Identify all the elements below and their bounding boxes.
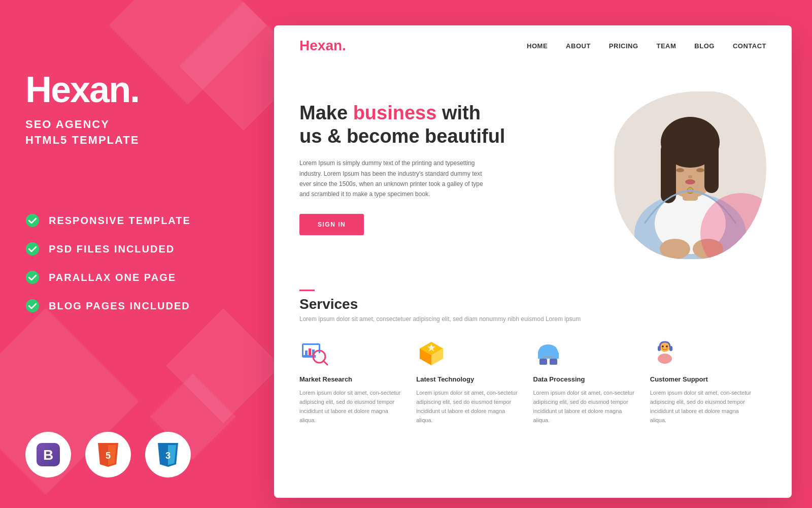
nav-about[interactable]: ABOUT xyxy=(566,42,591,50)
check-icon xyxy=(25,242,40,256)
svg-rect-43 xyxy=(538,353,559,359)
svg-text:5: 5 xyxy=(106,451,111,461)
feature-blog-label: BLOG PAGES INCLUDED xyxy=(49,300,190,312)
svg-point-3 xyxy=(26,299,39,312)
site-nav: HOME ABOUT PRICING TEAM BLOG CONTACT xyxy=(527,42,766,50)
services-title: Services xyxy=(299,296,766,312)
svg-point-33 xyxy=(316,353,323,360)
svg-point-0 xyxy=(26,214,39,227)
brand-dot: . xyxy=(130,69,139,110)
hero-highlight: business xyxy=(353,102,437,123)
hero-description: Lorem Ipsum is simply dummy text of the … xyxy=(299,158,492,200)
svg-point-22 xyxy=(688,175,692,178)
services-section: Services Lorem ipsum dolor sit amet, con… xyxy=(274,269,792,440)
css3-icon: 3 xyxy=(155,442,181,467)
left-subtitle: SEO AGENCY HTML5 TEMPLATE xyxy=(25,117,139,148)
customer-support-icon xyxy=(650,338,681,368)
svg-point-20 xyxy=(676,168,684,172)
svg-rect-30 xyxy=(309,348,311,355)
feature-blog: BLOG PAGES INCLUDED xyxy=(25,299,191,313)
svg-rect-19 xyxy=(704,142,719,193)
feature-responsive-label: RESPONSIVE TEMPLATE xyxy=(49,215,191,227)
logo-black-text: Hex xyxy=(299,38,325,53)
nav-pricing[interactable]: PRICING xyxy=(609,42,638,50)
service-latest-technology-desc: Lorem ipsum dolor sit amet, con-sectetur… xyxy=(416,388,522,425)
service-card-market-research: Market Research Lorem ipsum dolor sit am… xyxy=(299,338,416,425)
logo-dot: . xyxy=(342,38,346,53)
check-icon xyxy=(25,270,40,284)
site-header: Hexan. HOME ABOUT PRICING TEAM BLOG CONT… xyxy=(274,25,792,66)
feature-parallax: PARALLAX ONE PAGE xyxy=(25,270,191,284)
svg-rect-52 xyxy=(669,346,672,351)
market-research-icon xyxy=(299,338,330,368)
service-card-latest-technology: Latest Technology Lorem ipsum dolor sit … xyxy=(416,338,533,425)
service-customer-support-name: Customer Support xyxy=(650,375,756,383)
nav-contact[interactable]: CONTACT xyxy=(733,42,766,50)
tech-icons: B 5 3 xyxy=(25,432,191,478)
svg-point-50 xyxy=(658,354,672,364)
feature-psd-label: PSD FILES INCLUDED xyxy=(49,243,175,255)
svg-rect-45 xyxy=(550,359,557,365)
svg-rect-29 xyxy=(305,351,308,355)
section-accent-line xyxy=(299,290,315,291)
website-preview: Hexan. HOME ABOUT PRICING TEAM BLOG CONT… xyxy=(274,25,792,498)
service-data-processing-desc: Lorem ipsum dolor sit amet, con-sectetur… xyxy=(533,388,639,425)
sign-in-button[interactable]: SIGN IN xyxy=(299,214,364,235)
feature-responsive: RESPONSIVE TEMPLATE xyxy=(25,213,191,228)
left-panel: Hexan. SEO AGENCY HTML5 TEMPLATE RESPONS… xyxy=(0,0,274,508)
nav-blog[interactable]: BLOG xyxy=(694,42,715,50)
hero-title: Make business withus & become beautiful xyxy=(299,102,518,148)
svg-rect-51 xyxy=(658,346,661,351)
brand-text: Hexan xyxy=(25,69,130,110)
nav-team[interactable]: TEAM xyxy=(657,42,676,50)
logo-pink-text: an xyxy=(325,38,342,53)
service-data-processing-name: Data Processing xyxy=(533,375,639,383)
hero-section: Make business withus & become beautiful … xyxy=(274,66,792,269)
check-icon xyxy=(25,213,40,228)
service-market-research-desc: Lorem ipsum dolor sit amet, con-sectetur… xyxy=(299,388,405,425)
nav-home[interactable]: HOME xyxy=(527,42,548,50)
service-card-customer-support: Customer Support Lorem ipsum dolor sit a… xyxy=(650,338,766,425)
data-processing-icon xyxy=(533,338,564,368)
hero-image-blob xyxy=(614,91,766,259)
svg-text:B: B xyxy=(43,447,53,463)
svg-point-54 xyxy=(666,345,668,347)
hero-image-container xyxy=(604,91,766,269)
svg-rect-18 xyxy=(661,142,676,203)
left-brand-name: Hexan. xyxy=(25,71,139,108)
features-list: RESPONSIVE TEMPLATE PSD FILES INCLUDED P… xyxy=(25,213,191,327)
svg-point-53 xyxy=(662,345,664,347)
svg-point-23 xyxy=(685,179,695,184)
svg-line-34 xyxy=(323,361,327,365)
svg-point-2 xyxy=(26,271,39,284)
feature-psd: PSD FILES INCLUDED xyxy=(25,242,191,256)
bootstrap-icon: B xyxy=(36,442,61,467)
svg-text:3: 3 xyxy=(165,451,171,461)
service-card-data-processing: Data Processing Lorem ipsum dolor sit am… xyxy=(533,338,650,425)
svg-point-1 xyxy=(26,242,39,256)
left-brand: Hexan. SEO AGENCY HTML5 TEMPLATE xyxy=(25,71,139,148)
bootstrap-icon-circle: B xyxy=(25,432,71,478)
svg-point-21 xyxy=(696,168,704,172)
hero-content: Make business withus & become beautiful … xyxy=(299,91,604,235)
html5-icon-circle: 5 xyxy=(85,432,131,478)
site-logo: Hexan. xyxy=(299,38,346,54)
html5-icon: 5 xyxy=(95,442,121,467)
latest-technology-icon xyxy=(416,338,447,368)
service-market-research-name: Market Research xyxy=(299,375,405,383)
css3-icon-circle: 3 xyxy=(145,432,191,478)
service-cards: Market Research Lorem ipsum dolor sit am… xyxy=(299,338,766,425)
svg-point-24 xyxy=(660,239,690,259)
feature-parallax-label: PARALLAX ONE PAGE xyxy=(49,272,176,283)
svg-rect-44 xyxy=(539,359,547,365)
services-subtitle: Lorem ipsum dolor sit amet, consectetuer… xyxy=(299,315,766,323)
service-customer-support-desc: Lorem ipsum dolor sit amet, con-sectetur… xyxy=(650,388,756,425)
service-latest-technology-name: Latest Technology xyxy=(416,375,522,383)
check-icon xyxy=(25,299,40,313)
